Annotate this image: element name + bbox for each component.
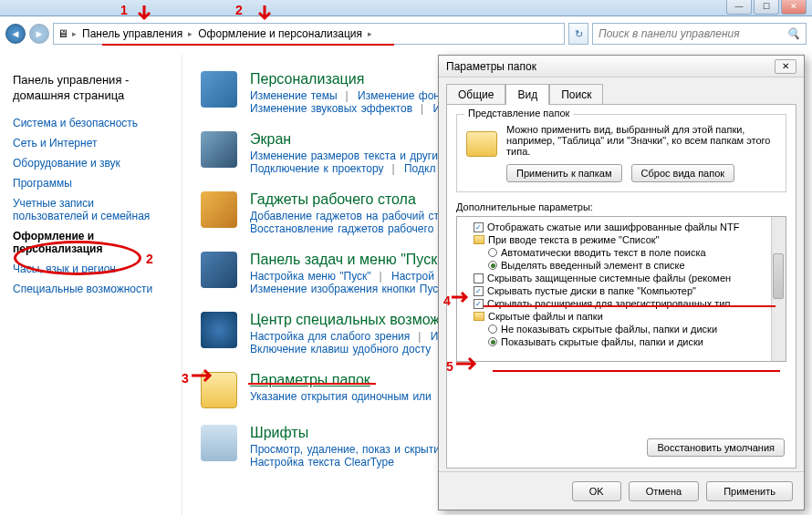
annotation-ellipse (14, 241, 141, 275)
dialog-button-row: OK Отмена Применить (439, 471, 804, 510)
tree-label: Не показывать скрытые файлы, папки и дис… (501, 324, 717, 335)
tree-row[interactable]: ✓Отображать сжатые или зашифрованные фай… (461, 221, 782, 233)
checkbox-icon[interactable] (474, 273, 484, 283)
dialog-titlebar: Параметры папок ✕ (439, 56, 804, 77)
folder-icon (474, 235, 484, 244)
minimize-button[interactable]: — (726, 0, 752, 15)
tree-row[interactable]: Скрывать защищенные системные файлы (рек… (461, 272, 782, 284)
taskbar-icon (201, 252, 237, 288)
sublink[interactable]: Просмотр, удаление, показ и скрыти (250, 443, 440, 456)
tab-search[interactable]: Поиск (549, 84, 603, 105)
search-placeholder: Поиск в панели управления (599, 27, 740, 40)
group-text: Можно применить вид, выбранный для этой … (506, 124, 776, 157)
sublink[interactable]: Указание открытия одиночным или (250, 390, 432, 403)
tree-row[interactable]: Скрытые файлы и папки (461, 310, 782, 323)
tree-scrollbar[interactable] (771, 217, 786, 361)
apply-button[interactable]: Применить (706, 481, 793, 501)
checkbox-icon[interactable]: ✓ (474, 222, 484, 232)
annotation-number-2: 2 (235, 3, 243, 17)
chevron-icon: ▸ (72, 29, 77, 38)
close-button[interactable]: ✕ (781, 0, 807, 15)
sublink[interactable]: Подкл (404, 162, 435, 175)
radio-icon[interactable] (488, 248, 497, 257)
annotation-number-3: 3 (182, 371, 189, 386)
checkbox-icon[interactable]: ✓ (474, 299, 484, 309)
tree-label: Скрывать пустые диски в папке "Компьютер… (487, 285, 696, 296)
sublink[interactable]: Восстановление гаджетов рабочего с (250, 222, 443, 235)
sidebar-item-hardware[interactable]: Оборудование и звук (13, 157, 169, 170)
annotation-arrow-1 (135, 5, 153, 24)
chevron-icon: ▸ (368, 29, 372, 38)
sidebar-home[interactable]: Панель управления - домашняя страница (13, 73, 169, 104)
advanced-label: Дополнительные параметры: (456, 201, 786, 212)
advanced-settings-tree[interactable]: ✓Отображать сжатые или зашифрованные фай… (456, 216, 786, 362)
tree-row[interactable]: Показывать скрытые файлы, папки и диски (461, 335, 782, 348)
search-input[interactable]: Поиск в панели управления 🔍 (592, 23, 807, 45)
checkbox-icon[interactable]: ✓ (474, 286, 484, 296)
fonts-icon (201, 425, 237, 461)
sublink[interactable]: Изменение темы (250, 89, 338, 102)
refresh-button[interactable]: ↻ (568, 23, 588, 45)
sublink[interactable]: Изменение изображения кнопки Пуск (250, 283, 443, 295)
tree-row[interactable]: ✓Скрывать расширения для зарегистрирован… (461, 297, 782, 310)
sublink[interactable]: Настройка для слабого зрения (250, 330, 410, 343)
annotation-number-1: 1 (120, 3, 128, 17)
dialog-title: Параметры папок (446, 60, 536, 73)
radio-icon[interactable] (488, 337, 497, 346)
group-legend: Представление папок (464, 108, 573, 118)
radio-icon[interactable] (488, 261, 497, 270)
restore-defaults-button[interactable]: Восстановить умолчания (647, 438, 785, 457)
tree-label: Автоматически вводить текст в поле поиск… (501, 247, 706, 258)
sublink[interactable]: Изменение звуковых эффектов (250, 102, 412, 115)
annotation-number-2b: 2 (146, 252, 153, 266)
sublink[interactable]: Настройка меню "Пуск" (250, 270, 371, 283)
personalization-icon (201, 71, 237, 108)
sidebar: Панель управления - домашняя страница Си… (0, 55, 182, 515)
tree-label: При вводе текста в режиме "Список" (488, 234, 659, 245)
breadcrumb[interactable]: 🖥 ▸ Панель управления ▸ Оформление и пер… (53, 23, 565, 45)
tree-row[interactable]: Выделять введенный элемент в списке (461, 259, 782, 272)
maximize-button[interactable]: ☐ (754, 0, 779, 15)
sublink[interactable]: Добавление гаджетов на рабочий сто (250, 210, 444, 222)
back-button[interactable]: ◄ (5, 24, 26, 44)
ok-button[interactable]: OK (572, 481, 621, 501)
display-icon (201, 131, 237, 168)
breadcrumb-seg-appearance[interactable]: Оформление и персонализация (196, 27, 364, 40)
sublink[interactable]: Настройка текста ClearType (250, 456, 394, 469)
apply-to-folders-button[interactable]: Применить к папкам (506, 164, 622, 182)
tree-row[interactable]: Не показывать скрытые файлы, папки и дис… (461, 323, 782, 335)
dialog-close-button[interactable]: ✕ (775, 59, 796, 74)
sidebar-item-accounts[interactable]: Учетные записи пользователей и семейная (13, 197, 169, 222)
tree-row[interactable]: ✓Скрывать пустые диски в папке "Компьюте… (461, 284, 782, 297)
sidebar-item-network[interactable]: Сеть и Интернет (13, 137, 169, 149)
annotation-arrow-4 (452, 290, 472, 304)
cancel-button[interactable]: Отмена (629, 481, 699, 501)
sublink[interactable]: Включение клавиш удобного досту (250, 343, 431, 355)
sublink[interactable]: Изменение фон (358, 89, 440, 102)
annotation-underline-breadcrumb (102, 44, 394, 46)
tab-general[interactable]: Общие (446, 84, 505, 105)
tree-label: Скрывать защищенные системные файлы (рек… (487, 273, 731, 283)
reset-folders-button[interactable]: Сброс вида папок (631, 164, 735, 182)
sublink[interactable]: Изменение размеров текста и други (250, 149, 438, 162)
tree-row[interactable]: При вводе текста в режиме "Список" (461, 233, 782, 246)
sidebar-item-system[interactable]: Система и безопасность (13, 117, 169, 129)
tab-view[interactable]: Вид (505, 84, 549, 105)
sidebar-item-ease[interactable]: Специальные возможности (13, 283, 169, 295)
gadgets-icon (201, 191, 237, 228)
annotation-underline-show-hidden (493, 370, 780, 372)
tree-row[interactable]: Автоматически вводить текст в поле поиск… (461, 246, 782, 259)
sublink[interactable]: Настрой (391, 270, 434, 283)
folder-icon (466, 131, 497, 157)
forward-button[interactable]: ► (29, 24, 49, 44)
breadcrumb-seg-control-panel[interactable]: Панель управления (80, 27, 184, 40)
sublink[interactable]: Подключение к проектору (250, 162, 384, 175)
sidebar-item-programs[interactable]: Программы (13, 177, 169, 190)
tree-label: Отображать сжатые или зашифрованные файл… (487, 221, 739, 232)
radio-icon[interactable] (488, 324, 497, 334)
folder-options-dialog: Параметры папок ✕ Общие Вид Поиск Предст… (438, 55, 805, 510)
tree-label: Скрывать расширения для зарегистрированн… (487, 298, 730, 309)
computer-icon: 🖥 (57, 27, 68, 40)
scrollbar-thumb[interactable] (773, 253, 784, 299)
folder-icon (474, 312, 484, 321)
